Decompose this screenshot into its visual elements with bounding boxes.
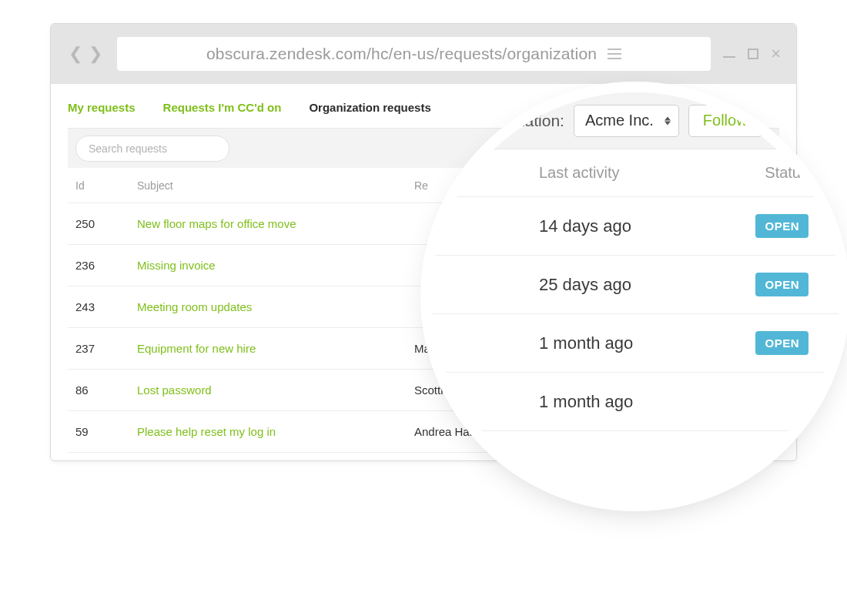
cell-id: 59 (75, 425, 137, 438)
cell-id: 86 (75, 383, 137, 397)
col-id: Id (75, 179, 137, 192)
zoom-overlay: Organization: Acme Inc. Follow Last acti… (431, 92, 839, 500)
select-arrows-icon (665, 116, 671, 125)
window-controls: × (723, 45, 781, 62)
close-button[interactable]: × (771, 45, 781, 62)
cell-id: 250 (75, 217, 137, 230)
hamburger-icon[interactable] (608, 49, 621, 59)
zoom-row: 25 days ago OPEN (431, 256, 839, 314)
tab-ccd-requests[interactable]: Requests I'm CC'd on (163, 101, 282, 114)
zoom-row: 1 month ago (431, 373, 839, 431)
col-subject: Subject (137, 179, 414, 192)
cell-id: 236 (75, 259, 137, 272)
organization-value: Acme Inc. (585, 112, 654, 129)
status-badge: OPEN (755, 273, 808, 296)
zoom-row: 1 month ago OPEN (431, 314, 839, 373)
cell-subject[interactable]: Meeting room updates (137, 300, 414, 313)
organization-select[interactable]: Acme Inc. (574, 105, 679, 137)
status-badge: OPEN (755, 214, 808, 238)
cell-subject[interactable]: Please help reset my log in (137, 425, 414, 438)
cell-activity: 1 month ago (539, 392, 724, 412)
tab-my-requests[interactable]: My requests (68, 101, 136, 114)
zoom-table-header: Last activity Status (431, 149, 839, 197)
url-text: obscura.zendesk.com/hc/en-us/requests/or… (206, 45, 597, 63)
maximize-button[interactable] (748, 49, 758, 59)
cell-activity: 25 days ago (539, 275, 724, 295)
cell-subject[interactable]: Equipment for new hire (137, 342, 414, 355)
back-button[interactable]: ❮ (66, 44, 85, 64)
cell-subject[interactable]: New floor maps for office move (137, 217, 414, 230)
cell-id: 243 (75, 300, 137, 313)
browser-toolbar: ❮ ❯ obscura.zendesk.com/hc/en-us/request… (51, 24, 796, 84)
search-placeholder: Search requests (89, 142, 167, 155)
nav-arrows: ❮ ❯ (66, 44, 105, 64)
search-input[interactable]: Search requests (75, 136, 229, 162)
cell-subject[interactable]: Lost password (137, 383, 414, 397)
cell-activity: 1 month ago (539, 333, 724, 353)
status-badge: OPEN (755, 331, 808, 355)
cell-activity: 14 days ago (539, 216, 724, 236)
address-bar[interactable]: obscura.zendesk.com/hc/en-us/requests/or… (117, 37, 711, 71)
minimize-button[interactable] (723, 50, 735, 58)
forward-button[interactable]: ❯ (86, 44, 105, 64)
tab-organization-requests[interactable]: Organization requests (309, 101, 430, 114)
zoom-row: 14 days ago OPEN (431, 197, 839, 256)
col-last-activity: Last activity (539, 164, 724, 182)
cell-subject[interactable]: Missing invoice (137, 259, 414, 272)
cell-id: 237 (75, 342, 137, 355)
